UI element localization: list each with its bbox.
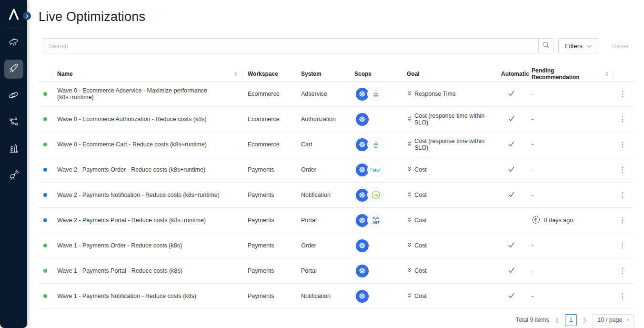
check-icon [507, 241, 515, 250]
search-button[interactable] [539, 38, 553, 53]
table-row[interactable]: Wave 0 - Ecommerce Cart - Reduce costs (… [39, 132, 634, 157]
launchpad-icon [8, 143, 20, 156]
row-menu-button[interactable]: ⋮ [616, 266, 629, 277]
column-label: Automatic [501, 71, 529, 77]
optimization-name[interactable]: Wave 2 - Payments Portal - Reduce costs … [52, 208, 242, 233]
scope-cell: ☸ [349, 82, 402, 106]
kubernetes-icon: ☸ [354, 213, 370, 228]
table-row[interactable]: Wave 0 - Ecommerce Authorization - Reduc… [39, 107, 634, 132]
status-dot [43, 193, 47, 197]
sidebar-item-satellite[interactable] [4, 166, 23, 185]
sidebar-item-network[interactable] [4, 113, 23, 132]
search-icon [543, 41, 550, 50]
sidebar-item-orbit[interactable] [4, 86, 23, 105]
automatic-cell [496, 208, 526, 233]
optimization-name[interactable]: Wave 1 - Payments Portal - Reduce costs … [52, 258, 242, 283]
table-row[interactable]: Wave 2 - Payments Portal - Reduce costs … [39, 208, 634, 233]
sidebar-item-rocket[interactable] [4, 60, 23, 79]
check-icon [507, 140, 515, 149]
pending-cell: - [526, 284, 614, 308]
sort-carets-icon[interactable] [605, 72, 608, 76]
row-menu-button[interactable]: ⋮ [616, 215, 629, 226]
optimization-name[interactable]: Wave 1 - Payments Order - Reduce costs (… [52, 233, 242, 258]
table-row[interactable]: Wave 2 - Payments Notification - Reduce … [39, 183, 634, 208]
column-label: System [301, 71, 344, 77]
row-menu-button[interactable]: ⋮ [616, 114, 629, 125]
chevron-left-icon[interactable]: ❮ [553, 316, 561, 324]
pending-cell: - [526, 233, 614, 258]
workspace-cell: Ecommerce [242, 107, 296, 132]
minimize-icon [407, 116, 412, 123]
optimization-name[interactable]: Wave 0 - Ecommerce Adservice - Maximize … [52, 82, 242, 106]
page-size-select[interactable]: 10 / page ▾ [593, 314, 634, 326]
sidebar-nav [0, 33, 27, 185]
kubernetes-icon: ☸ [354, 187, 370, 203]
pending-recommendation-text: - [532, 141, 533, 148]
table-header-row: NameWorkspaceSystemScopeGoalAutomaticPen… [39, 66, 634, 82]
status-dot [43, 143, 47, 146]
goal-cell: Cost [402, 258, 496, 283]
filters-button[interactable]: Filters [558, 38, 598, 53]
optimization-name[interactable]: Wave 2 - Payments Order - Reduce costs (… [52, 157, 242, 182]
kubernetes-icon: ☸ [354, 263, 370, 278]
workspace-cell: Ecommerce [242, 132, 296, 157]
scope-cell: ☸ [349, 284, 402, 308]
row-menu-button[interactable]: ⋮ [616, 240, 629, 251]
main-content: Live Optimizations Filters Reset NameWor… [27, 0, 644, 326]
optimization-name[interactable]: Wave 1 - Payments Notification - Reduce … [52, 284, 242, 308]
row-menu-button[interactable]: ⋮ [616, 190, 629, 201]
minimize-icon [407, 192, 412, 198]
sidebar-expand-button[interactable] [23, 12, 31, 20]
check-icon [507, 115, 515, 123]
table-row[interactable]: Wave 0 - Ecommerce Adservice - Maximize … [39, 82, 634, 107]
search-input[interactable] [43, 38, 539, 53]
page-number-button[interactable]: 1 [565, 314, 577, 326]
rocket-icon [8, 62, 20, 76]
row-menu-button[interactable]: ⋮ [616, 164, 629, 175]
network-icon [8, 116, 20, 130]
sort-carets-icon[interactable] [234, 72, 237, 76]
table-row[interactable]: Wave 1 - Payments Notification - Reduce … [39, 284, 634, 309]
column-label: Workspace [248, 71, 291, 77]
sidebar-item-spaceship[interactable] [4, 33, 23, 52]
pending-cell: 8 days ago [526, 208, 614, 233]
workspace-cell: Payments [242, 183, 296, 207]
table-row[interactable]: Wave 1 - Payments Portal - Reduce costs … [39, 258, 634, 284]
scope-cell: ☸ [349, 132, 402, 157]
check-icon [507, 165, 515, 174]
optimization-name[interactable]: Wave 0 - Ecommerce Authorization - Reduc… [52, 107, 242, 132]
goal-cell: Response Time [402, 82, 496, 106]
sidebar-item-launchpad[interactable] [4, 140, 23, 159]
automatic-cell [496, 132, 526, 157]
goal-text: Cost [414, 192, 427, 198]
chevron-right-icon[interactable]: ❯ [581, 316, 589, 324]
goal-text: Cost [414, 166, 427, 173]
table-row[interactable]: Wave 1 - Payments Order - Reduce costs (… [39, 233, 634, 258]
optimization-name[interactable]: Wave 2 - Payments Notification - Reduce … [52, 183, 242, 207]
page-title: Live Optimizations [39, 0, 634, 24]
page-size-label: 10 / page [597, 317, 622, 323]
status-dot [43, 117, 47, 121]
reset-button[interactable]: Reset [608, 38, 632, 53]
goal-cell: Cost [402, 233, 496, 258]
pending-cell: - [526, 82, 614, 106]
column-header-system: System [296, 66, 349, 81]
table-body: Wave 0 - Ecommerce Adservice - Maximize … [39, 82, 634, 309]
column-header-name[interactable]: Name [52, 66, 242, 81]
minimize-icon [407, 166, 412, 173]
goal-text: Cost (response time within SLO) [414, 138, 491, 151]
svg-text:GO: GO [372, 167, 380, 173]
nodejs-icon: JS [368, 187, 383, 203]
pending-cell: - [526, 258, 614, 283]
column-label: Name [57, 71, 231, 77]
column-header-pending[interactable]: Pending Recommendation [526, 66, 614, 81]
row-menu-button[interactable]: ⋮ [616, 139, 629, 150]
row-menu-button[interactable]: ⋮ [616, 291, 629, 302]
table-row[interactable]: Wave 2 - Payments Order - Reduce costs (… [39, 157, 634, 183]
optimization-name[interactable]: Wave 0 - Ecommerce Cart - Reduce costs (… [52, 132, 242, 157]
row-menu-button[interactable]: ⋮ [616, 89, 629, 100]
pending-cell: - [526, 107, 614, 132]
column-header-scope: Scope [349, 66, 402, 81]
svg-text:JS: JS [373, 193, 378, 197]
goal-text: Response Time [414, 91, 456, 97]
